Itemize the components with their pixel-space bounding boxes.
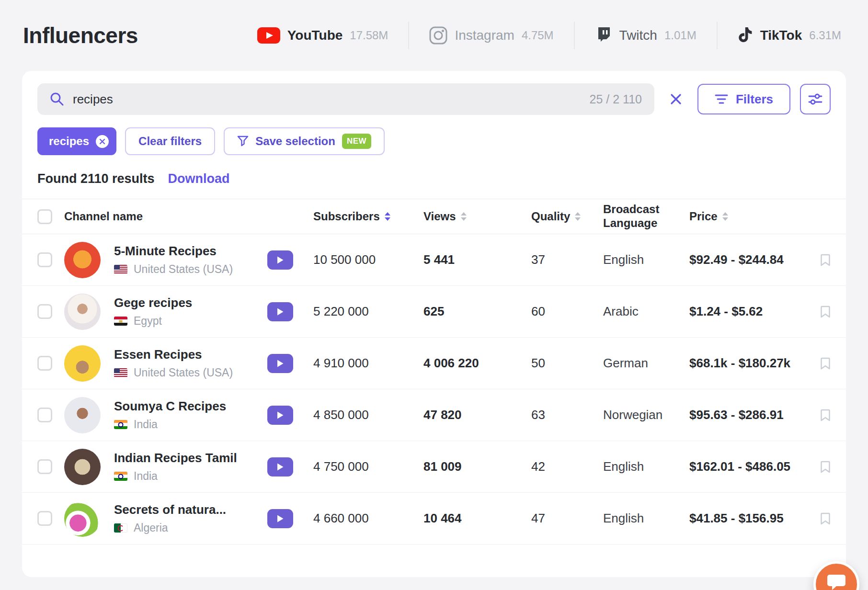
- row-checkbox[interactable]: [37, 356, 52, 371]
- results-summary: Found 2110 results: [37, 171, 155, 186]
- save-selection-label: Save selection: [255, 135, 335, 148]
- channel-country: India: [134, 470, 158, 483]
- price-value: $1.24 - $5.62: [689, 304, 806, 319]
- channel-name[interactable]: Indian Recipes Tamil: [114, 451, 267, 465]
- remove-chip-icon[interactable]: [96, 135, 109, 148]
- row-checkbox[interactable]: [37, 511, 52, 526]
- instagram-icon: [429, 26, 447, 45]
- youtube-play-button[interactable]: [267, 406, 293, 425]
- bookmark-icon[interactable]: [806, 460, 831, 474]
- new-badge: NEW: [342, 134, 371, 149]
- platform-tab-tiktok[interactable]: TikTok 6.31M: [717, 22, 843, 49]
- clear-filters-button[interactable]: Clear filters: [125, 127, 215, 155]
- download-link[interactable]: Download: [168, 171, 230, 186]
- channel-country: Egypt: [134, 315, 162, 328]
- filters-button-label: Filters: [736, 92, 773, 107]
- sort-price-icon[interactable]: [722, 212, 728, 221]
- channel-country: Algeria: [134, 522, 168, 534]
- column-price: Price: [689, 210, 806, 223]
- channel-name[interactable]: Gege recipes: [114, 295, 267, 310]
- bookmark-icon[interactable]: [806, 357, 831, 370]
- page-title: Influencers: [23, 23, 138, 48]
- youtube-play-button[interactable]: [267, 509, 293, 528]
- views-value: 47 820: [423, 408, 531, 422]
- filter-icon: [715, 93, 728, 105]
- quality-value: 47: [531, 511, 603, 526]
- influencers-table: Channel name Subscribers Views Quality B…: [22, 199, 846, 545]
- search-input[interactable]: [73, 92, 581, 107]
- quality-value: 37: [531, 252, 603, 267]
- subscribers-value: 4 850 000: [313, 408, 423, 422]
- save-selection-button[interactable]: Save selection NEW: [224, 127, 385, 155]
- search-result-counter: 25 / 2 110: [590, 92, 642, 106]
- views-value: 4 006 220: [423, 356, 531, 371]
- channel-avatar: [64, 294, 101, 330]
- bookmark-icon[interactable]: [806, 253, 831, 267]
- platform-label: Instagram: [455, 28, 514, 43]
- channel-avatar: [64, 397, 101, 433]
- channel-country: India: [134, 418, 158, 431]
- search-settings-button[interactable]: [800, 84, 831, 114]
- youtube-play-button[interactable]: [267, 354, 293, 373]
- filters-button[interactable]: Filters: [697, 84, 790, 114]
- search-row: 25 / 2 110 Filters: [37, 83, 831, 115]
- column-subscribers: Subscribers: [313, 210, 423, 223]
- search-icon: [50, 92, 64, 106]
- active-filters-row: recipes Clear filters Save selection NEW: [37, 127, 831, 155]
- channel-country: United States (USA): [134, 366, 233, 379]
- sliders-icon: [808, 92, 822, 106]
- country-flag: [114, 317, 127, 326]
- language-value: Norwegian: [603, 408, 689, 422]
- column-views-label: Views: [423, 210, 456, 223]
- table-row: Gege recipes Egypt 5 220 000 625 60 Arab…: [22, 286, 846, 338]
- page-header: Influencers YouTube 17.58M Instagram 4.7…: [0, 0, 868, 71]
- platform-label: TikTok: [760, 28, 802, 43]
- sort-subscribers-icon[interactable]: [385, 212, 390, 221]
- sort-quality-icon[interactable]: [575, 212, 581, 221]
- channel-name[interactable]: Secrets of natura...: [114, 502, 267, 517]
- views-value: 10 464: [423, 511, 531, 526]
- bookmark-icon[interactable]: [806, 305, 831, 318]
- chat-icon: [826, 573, 846, 590]
- clear-search-button[interactable]: [664, 87, 688, 111]
- language-value: English: [603, 252, 689, 267]
- youtube-icon: [257, 27, 280, 44]
- row-checkbox[interactable]: [37, 408, 52, 422]
- youtube-play-button[interactable]: [267, 302, 293, 321]
- channel-name[interactable]: 5-Minute Recipes: [114, 244, 267, 259]
- platform-tabs: YouTube 17.58M Instagram 4.75M Twitch 1.…: [237, 22, 843, 49]
- platform-tab-instagram[interactable]: Instagram 4.75M: [408, 22, 573, 49]
- platform-count: 6.31M: [809, 29, 841, 42]
- select-all-checkbox[interactable]: [37, 209, 52, 224]
- quality-value: 50: [531, 356, 603, 371]
- bookmark-icon[interactable]: [806, 512, 831, 525]
- platform-count: 17.58M: [350, 29, 388, 42]
- table-row: 5-Minute Recipes United States (USA) 10 …: [22, 234, 846, 286]
- table-row: Essen Recipes United States (USA) 4 910 …: [22, 338, 846, 389]
- column-broadcast-language: Broadcast Language: [603, 203, 675, 230]
- close-icon: [670, 93, 682, 105]
- platform-tab-youtube[interactable]: YouTube 17.58M: [237, 22, 409, 49]
- quality-value: 63: [531, 408, 603, 422]
- channel-name[interactable]: Soumya C Recipes: [114, 399, 267, 414]
- active-filter-chip[interactable]: recipes: [37, 127, 116, 155]
- sort-views-icon[interactable]: [461, 212, 467, 221]
- price-value: $92.49 - $244.84: [689, 252, 806, 267]
- country-flag: [114, 420, 127, 429]
- platform-count: 4.75M: [522, 29, 554, 42]
- country-flag: [114, 523, 127, 533]
- youtube-play-button[interactable]: [267, 457, 293, 477]
- country-flag: [114, 368, 127, 377]
- youtube-play-button[interactable]: [267, 250, 293, 270]
- bookmark-icon[interactable]: [806, 408, 831, 422]
- platform-tab-twitch[interactable]: Twitch 1.01M: [574, 22, 717, 49]
- row-checkbox[interactable]: [37, 459, 52, 474]
- platform-count: 1.01M: [664, 29, 697, 42]
- column-channel-name: Channel name: [64, 210, 267, 223]
- subscribers-value: 5 220 000: [313, 304, 423, 319]
- row-checkbox[interactable]: [37, 304, 52, 319]
- row-checkbox[interactable]: [37, 252, 52, 267]
- table-row: Indian Recipes Tamil India 4 750 000 81 …: [22, 441, 846, 493]
- funnel-icon: [237, 136, 249, 147]
- channel-name[interactable]: Essen Recipes: [114, 347, 267, 362]
